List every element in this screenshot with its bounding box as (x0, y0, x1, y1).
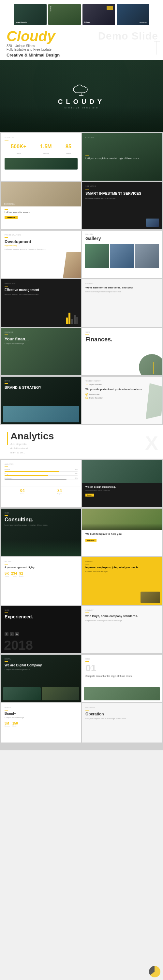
yellow-bar (5, 612, 8, 613)
yellow-bar (5, 334, 8, 335)
eff-body: Business set lorem ipsum dummy content h… (5, 293, 78, 296)
ba-list-dot-2 (86, 398, 87, 399)
slide-experienced: 2018 SLIDE Experienced. f t in (1, 606, 81, 653)
eff-tag: MANAGEMENT (5, 283, 78, 285)
list-line (38, 6, 45, 6)
op-tag: OPERATION (85, 706, 158, 708)
preview-2-text: DEV (50, 6, 52, 12)
bp-num-1: 3M Revenue (5, 722, 10, 727)
brand-tagline: Creative & Minimal Design (6, 52, 157, 57)
slide-operation: OPERATION Operation I will you a complet… (82, 703, 162, 743)
preview-1-text: Invest Investor (16, 21, 27, 23)
slide-brand-strategy: BRAND BRAND & STRATEGY (1, 377, 81, 424)
al-stat-2: 84 Projects (57, 488, 62, 495)
fin-tag: SLIDE (85, 331, 158, 333)
slide-mountain-text: I will you a complete account of origin … (85, 155, 158, 160)
dev-tag: PRESENTATION (5, 234, 78, 236)
al-stat-1-num: 04 (20, 488, 24, 493)
wb-btn[interactable]: Learn More (85, 539, 97, 542)
analytics-header-row: Analytics Just sit prestodo fathersitand… (7, 431, 156, 455)
ba-list-1: Brainstorming (85, 393, 158, 396)
preview-2: DEV (48, 4, 81, 25)
bp-numbers: 3M Revenue 150 Clients (5, 722, 78, 727)
social-t[interactable]: t (10, 632, 14, 636)
row-5: FINANCES Your finan... Complete account … (0, 328, 163, 377)
bs-img-inner (3, 406, 79, 422)
row-3: PRESENTATION Development Begin consultin… (0, 231, 163, 279)
commercial-body: I will you a complete account. (5, 211, 78, 214)
ba-arrow-row: → for your Business (85, 383, 158, 386)
ps-2: 234 Projects (11, 571, 17, 577)
pb-val-3: 85% (75, 477, 78, 479)
ba-arrow-icon: → (85, 383, 88, 386)
pb-label-3: Development85% (5, 477, 78, 479)
brand-slides-count: 320+ Unique Slides (6, 44, 157, 48)
commercial-btn[interactable]: Read More (5, 216, 17, 219)
dig-tag: DIGITAL (5, 658, 78, 660)
gallery-tag: GALLERY (85, 233, 158, 235)
wb-content: We built template to help you. Learn Mor… (82, 530, 162, 544)
yellow-bar (5, 466, 8, 467)
slide-design: We can design outstanding. Complete acco… (82, 460, 162, 508)
analytics-section: Analytics Just sit prestodo fathersitand… (0, 425, 163, 459)
stat-2: 1.5M Revenue (40, 144, 52, 156)
commercial-content: I will you a complete account. Read More (1, 207, 81, 222)
con-img-overlay (1, 540, 81, 556)
top-previews: Invest Investor DEV Gallery Development (0, 0, 163, 25)
bar-4 (74, 315, 76, 324)
bs-img (3, 406, 79, 422)
s01-body: Complete account of the origin of those … (85, 675, 158, 678)
fin-yellow-line (153, 362, 154, 374)
list-line (38, 7, 43, 7)
al-content: ANALYTICS Research75% Design60% Developm… (1, 460, 81, 484)
slide-improve: IMPROVE Improve. employees, jobs, what y… (82, 557, 162, 605)
personal-heading: A personal approach highly. (5, 566, 78, 569)
row-1: SLIDE 01 500K+ Clients 1.5M Revenue 85 A… (0, 132, 163, 182)
si-heading: SMART INVESTMENT SERVICES (85, 191, 158, 196)
fin-heading: Finances. (85, 336, 158, 342)
al-bottom-stats: 04 Teams 84 Projects (1, 486, 81, 495)
social-f[interactable]: f (5, 632, 8, 636)
slide-mountain-tag: CLOUDY (85, 137, 158, 138)
gallery-photo-1 (85, 244, 109, 268)
quote-body: Lorem ipsum body text here complete acco… (85, 291, 158, 293)
design-content: We can design outstanding. Complete acco… (82, 483, 162, 500)
slide-quote: COMPANY We're here for the bad times. Th… (82, 279, 162, 327)
dig-img-row (3, 687, 79, 700)
pb-label-1-text: Research (5, 469, 10, 470)
slide-your-finances: FINANCES Your finan... Complete account … (1, 328, 81, 375)
wb-img-overlay (82, 523, 162, 530)
s01-num: 01 (85, 663, 158, 673)
stat-1-label: Clients (16, 153, 21, 154)
slide-analytics-list: ANALYTICS Research75% Design60% Developm… (1, 460, 81, 508)
social-in[interactable]: in (15, 632, 19, 636)
bp-heading: Brand+ (5, 712, 78, 715)
design-btn[interactable]: Explore (85, 493, 94, 496)
hero-slide: CLOUDY creative template (0, 60, 163, 132)
pb-fill-3 (5, 480, 66, 480)
slide-mountain-body: I will you a complete account of origin … (85, 157, 158, 160)
row-11: DIGITAL We are Digital Company Complete … (0, 655, 163, 703)
preview-3: Gallery (82, 4, 115, 25)
slide-personal: PROFILE A personal approach highly. 5K C… (1, 557, 81, 605)
pb-track-2 (5, 475, 78, 476)
slide-best-agency: THE BEST AGENCY → for your Business We p… (82, 377, 162, 424)
ba-tag: THE BEST AGENCY (85, 380, 158, 382)
bp-num-2-label: Clients (13, 725, 18, 727)
slide-stats: SLIDE 01 500K+ Clients 1.5M Revenue 85 A… (1, 133, 81, 181)
slide-finances: SLIDE Finances. (82, 328, 162, 375)
pb-label-3-text: Development (5, 477, 13, 479)
improve-content: IMPROVE Improve. employees, jobs, what y… (82, 557, 162, 576)
ba-subtitle: for your Business (89, 383, 102, 385)
row-4: MANAGEMENT Effective management Business… (0, 279, 163, 328)
page-wrapper: Invest Investor DEV Gallery Development (0, 0, 163, 750)
con-body: Lorem ipsum complete account of the orig… (5, 524, 78, 527)
preview-1: Invest Investor (14, 4, 47, 25)
bp-num-2: 150 Clients (13, 722, 18, 727)
slide-01: SLIDE 01 Complete account of the origin … (82, 655, 162, 702)
bar-5 (76, 317, 78, 324)
design-body: Complete account of origin of those erro… (85, 489, 158, 491)
s01-tag: SLIDE (85, 658, 158, 660)
dig-img-2 (42, 687, 79, 700)
ba-list-icon-2 (85, 396, 88, 399)
